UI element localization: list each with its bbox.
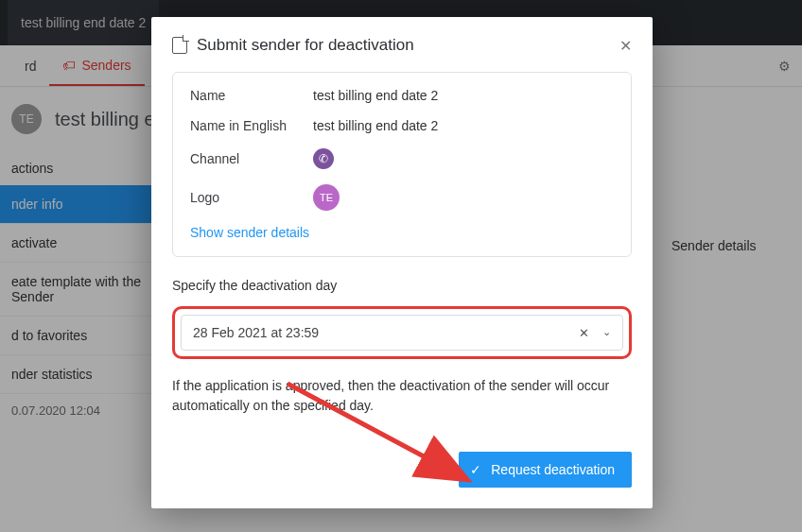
check-icon: ✓	[470, 462, 481, 477]
chevron-down-icon[interactable]: ⌄	[602, 326, 611, 340]
dialog-title: Submit sender for deactivation	[197, 36, 414, 55]
deactivation-day-label: Specify the deactivation day	[172, 278, 632, 293]
info-label-channel: Channel	[190, 151, 313, 166]
info-value-name: test billing end date 2	[313, 88, 438, 103]
deactivation-help-text: If the application is approved, then the…	[172, 376, 632, 416]
request-deactivation-label: Request deactivation	[491, 462, 615, 477]
clear-date-icon[interactable]: ✕	[579, 326, 589, 340]
request-deactivation-button[interactable]: ✓ Request deactivation	[459, 452, 632, 488]
deactivation-date-input[interactable]: 28 Feb 2021 at 23:59 ✕ ⌄	[181, 315, 623, 351]
deactivation-dialog: Submit sender for deactivation ✕ Name te…	[151, 17, 653, 508]
document-icon	[172, 37, 187, 54]
sender-info-box: Name test billing end date 2 Name in Eng…	[172, 72, 632, 257]
deactivation-date-value: 28 Feb 2021 at 23:59	[193, 325, 319, 340]
info-value-name-en: test billing end date 2	[313, 118, 438, 133]
info-label-name-en: Name in English	[190, 118, 313, 133]
viber-icon: ✆	[313, 148, 334, 169]
info-label-logo: Logo	[190, 190, 313, 205]
info-label-name: Name	[190, 88, 313, 103]
close-icon[interactable]: ✕	[619, 37, 632, 55]
annotation-highlight: 28 Feb 2021 at 23:59 ✕ ⌄	[172, 306, 632, 359]
sender-logo: TE	[313, 184, 340, 211]
show-sender-details-link[interactable]: Show sender details	[190, 225, 309, 240]
